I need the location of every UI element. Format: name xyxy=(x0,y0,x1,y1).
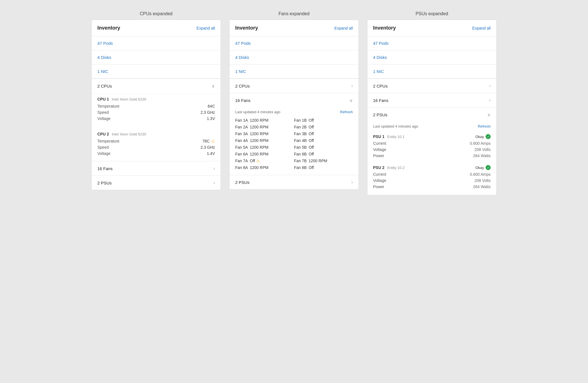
psu-name-left: PSU 2Entity 10.2 xyxy=(373,165,405,170)
card-header: InventoryExpand all xyxy=(367,20,496,36)
inventory-row[interactable]: 4 Disks xyxy=(92,50,221,64)
psu-stat-label: Voltage xyxy=(373,147,386,152)
fan-value: 1200 RPM xyxy=(250,125,268,129)
section-row-psus-section[interactable]: 2 PSUs› xyxy=(92,175,221,190)
psu-name-row: PSU 2Entity 10.2Okay✓ xyxy=(373,165,491,170)
section-row-fans-section[interactable]: 16 Fans∨ xyxy=(230,93,358,108)
section-row-cpus-section[interactable]: 2 CPUs› xyxy=(230,79,358,93)
cpu-name-row: CPU 2Intel Xeon Gold 6230 xyxy=(97,132,215,136)
refresh-button[interactable]: Refresh xyxy=(478,124,491,128)
fan-name: Fan 7A xyxy=(235,159,250,163)
section-row-fans-section[interactable]: 16 Fans› xyxy=(367,93,496,107)
cpu-stat-row: Speed2.3 GHz xyxy=(97,144,215,150)
section-row-psus-section[interactable]: 2 PSUs› xyxy=(230,175,358,189)
inventory-row[interactable]: 47 Pods xyxy=(367,36,496,50)
column-cpus: CPUs expandedInventoryExpand all47 Pods4… xyxy=(91,11,221,195)
psu-stat-label: Power xyxy=(373,153,384,158)
psu-stat-value: 264 Watts xyxy=(473,153,491,158)
psu-name-left: PSU 1Entity 10.1 xyxy=(373,134,405,139)
psu-stat-value: 0.600 Amps xyxy=(470,172,491,177)
section-title: 16 Fans xyxy=(235,98,250,103)
inventory-row[interactable]: 4 Disks xyxy=(367,50,496,64)
fan-value: 1200 RPM xyxy=(250,138,268,143)
cpu-stat-label: Voltage xyxy=(97,116,111,121)
expand-all-button[interactable]: Expand all xyxy=(335,26,353,30)
section-title: 16 Fans xyxy=(97,166,113,171)
section-title: 16 Fans xyxy=(373,98,388,103)
cpu-entry: CPU 2Intel Xeon Gold 6230Temperature78C … xyxy=(97,128,215,158)
refresh-button[interactable]: Refresh xyxy=(340,110,353,114)
cpu-stat-value: 1.4V xyxy=(207,151,215,156)
section-row-cpus-section[interactable]: 2 CPUs› xyxy=(367,79,496,93)
expand-all-button[interactable]: Expand all xyxy=(472,26,491,30)
warning-icon: ⚠ xyxy=(256,159,260,163)
last-updated-text: Last updated 4 minutes ago xyxy=(235,110,280,114)
fan-name: Fan 8B xyxy=(294,165,309,170)
cpu-model: Intel Xeon Gold 6230 xyxy=(112,132,146,136)
section-row-psus-section[interactable]: 2 PSUs∨ xyxy=(367,107,496,122)
fan-row: Fan 1A1200 RPM xyxy=(235,117,294,124)
chevron-right-icon: › xyxy=(489,98,491,103)
card-fans: InventoryExpand all47 Pods4 Disks1 NIC2 … xyxy=(229,20,359,190)
psu-stat-row: Voltage208 Volts xyxy=(373,177,491,184)
card-cpus: InventoryExpand all47 Pods4 Disks1 NIC2 … xyxy=(91,20,221,190)
inventory-title: Inventory xyxy=(97,25,120,31)
chevron-right-icon: › xyxy=(214,180,215,185)
fan-row: Fan 5BOff xyxy=(294,144,353,151)
page-wrapper: CPUs expandedInventoryExpand all47 Pods4… xyxy=(6,6,582,201)
psu-last-updated: Last updated 4 minutes agoRefresh xyxy=(367,122,496,131)
psu-stat-row: Power264 Watts xyxy=(373,184,491,190)
fan-value: Off xyxy=(309,125,314,129)
cpu-stat-row: Temperature78C ⚠ xyxy=(97,138,215,144)
psu-stat-row: Current0.600 Amps xyxy=(373,171,491,177)
psu-stat-row: Voltage208 Volts xyxy=(373,146,491,153)
cpu-stat-value: 78C ⚠ xyxy=(202,139,215,143)
psu-status-text: Okay xyxy=(475,166,484,170)
card-header: InventoryExpand all xyxy=(230,20,358,36)
psu-stat-row: Power264 Watts xyxy=(373,153,491,159)
chevron-down-icon: ∨ xyxy=(349,98,353,103)
chevron-right-icon: › xyxy=(351,83,353,88)
inventory-row[interactable]: 4 Disks xyxy=(230,50,358,64)
cpu-stat-value: 1.3V xyxy=(207,116,215,121)
fan-row: Fan 3A1200 RPM xyxy=(235,130,294,137)
section-row-cpus-section[interactable]: 2 CPUs∨ xyxy=(92,79,221,93)
fan-row: Fan 1BOff xyxy=(294,117,353,124)
psu-entity: Entity 10.2 xyxy=(387,166,404,170)
fan-value: Off xyxy=(309,118,314,123)
fan-row: Fan 8BOff xyxy=(294,164,353,171)
chevron-right-icon: › xyxy=(351,180,353,185)
cpu-stat-row: Voltage1.4V xyxy=(97,150,215,157)
psu-status: Okay✓ xyxy=(475,134,491,139)
fan-row: Fan 8A1200 RPM xyxy=(235,164,294,171)
fan-value: Off ⚠ xyxy=(250,159,260,163)
fan-row: Fan 6BOff xyxy=(294,151,353,157)
fan-name: Fan 5A xyxy=(235,145,250,150)
inventory-row[interactable]: 47 Pods xyxy=(230,36,358,50)
section-row-fans-section[interactable]: 16 Fans› xyxy=(92,161,221,175)
psu-stat-label: Current xyxy=(373,172,386,177)
fan-name: Fan 4A xyxy=(235,138,250,143)
inventory-row[interactable]: 1 NIC xyxy=(230,64,358,79)
column-title-cpus: CPUs expanded xyxy=(140,11,173,16)
fan-name: Fan 3B xyxy=(294,132,309,136)
inventory-title: Inventory xyxy=(235,25,258,31)
column-title-psus: PSUs expanded xyxy=(416,11,448,16)
section-title: 2 PSUs xyxy=(235,180,250,185)
fans-last-updated: Last updated 4 minutes agoRefresh xyxy=(230,108,358,117)
fan-row: Fan 2A1200 RPM xyxy=(235,124,294,130)
fan-row: Fan 4BOff xyxy=(294,137,353,144)
expand-all-button[interactable]: Expand all xyxy=(197,26,215,30)
chevron-down-icon: ∨ xyxy=(487,112,491,117)
cpu-stat-label: Speed xyxy=(97,145,109,150)
inventory-row[interactable]: 1 NIC xyxy=(92,64,221,79)
cpu-stat-value: 2.3 GHz xyxy=(201,110,215,115)
fan-name: Fan 1B xyxy=(294,118,309,123)
inventory-row[interactable]: 47 Pods xyxy=(92,36,221,50)
fan-value: 1200 RPM xyxy=(250,145,268,150)
psu-name-row: PSU 1Entity 10.1Okay✓ xyxy=(373,134,491,139)
inventory-row[interactable]: 1 NIC xyxy=(367,64,496,79)
fan-name: Fan 2A xyxy=(235,125,250,129)
psu-stat-value: 208 Volts xyxy=(474,178,491,183)
psu-stat-value: 208 Volts xyxy=(474,147,491,152)
